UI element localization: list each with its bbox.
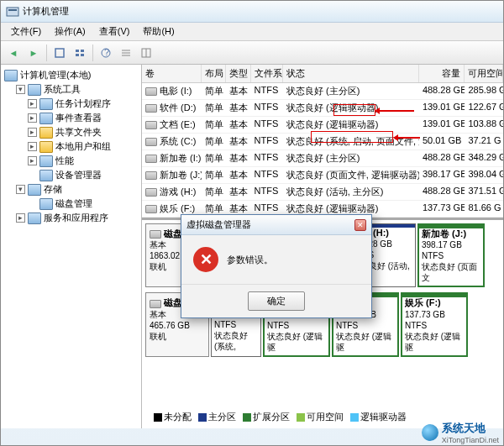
back-button[interactable]: ◄: [4, 44, 23, 62]
help-button[interactable]: ?: [97, 44, 115, 62]
menu-file[interactable]: 文件(F): [4, 24, 48, 39]
menu-help[interactable]: 帮助(H): [136, 24, 181, 39]
brand-url: XiTongTianDi.net: [442, 436, 499, 444]
svg-rect-0: [7, 8, 18, 16]
users-icon: [39, 141, 53, 153]
perf-icon: [39, 155, 53, 167]
volume-row[interactable]: 游戏 (H:)简单基本NTFS状态良好 (活动, 主分区)488.28 GB37…: [142, 184, 503, 201]
col-layout[interactable]: 布局: [202, 65, 227, 82]
separator: [92, 45, 93, 61]
menubar: 文件(F) 操作(A) 查看(V) 帮助(H): [1, 23, 503, 41]
menu-view[interactable]: 查看(V): [92, 24, 137, 39]
tree-device-manager[interactable]: 设备管理器: [28, 168, 138, 182]
computer-icon: [4, 70, 18, 81]
partition[interactable]: 娱乐 (F:)137.73 GB NTFS状态良好 (逻辑驱: [401, 292, 468, 356]
expand-icon[interactable]: ▸: [28, 128, 37, 137]
svg-rect-2: [55, 49, 64, 57]
svg-text:?: ?: [104, 47, 109, 57]
dialog-title: 虚拟磁盘管理器: [186, 218, 251, 231]
tree-shared-folders[interactable]: ▸共享文件夹: [28, 125, 138, 139]
svg-rect-6: [81, 54, 84, 56]
tree-storage[interactable]: ▾存储: [16, 182, 138, 197]
menu-action[interactable]: 操作(A): [48, 24, 92, 39]
tree-local-users[interactable]: ▸本地用户和组: [28, 139, 138, 154]
watermark: 系统天地 XiTongTianDi.net: [417, 419, 504, 446]
volume-header: 卷 布局 类型 文件系统 状态 容量 可用空间: [142, 65, 503, 83]
brand-text: 系统天地: [442, 421, 499, 436]
tree-disk-management[interactable]: 磁盘管理: [28, 197, 138, 211]
col-fs[interactable]: 文件系统: [251, 65, 283, 82]
drive-icon: [145, 205, 157, 213]
collapse-icon[interactable]: ▾: [16, 85, 25, 94]
drive-icon: [145, 121, 157, 129]
storage-icon: [28, 184, 41, 196]
tools-icon: [28, 84, 41, 96]
col-type[interactable]: 类型: [226, 65, 251, 82]
disk-icon: [39, 198, 53, 210]
expand-icon[interactable]: ▸: [28, 142, 37, 151]
close-icon[interactable]: ✕: [354, 219, 366, 231]
clock-icon: [39, 98, 53, 110]
tree-performance[interactable]: ▸性能: [28, 154, 138, 168]
col-volume[interactable]: 卷: [142, 65, 202, 82]
drive-icon: [145, 138, 157, 146]
drive-icon: [145, 155, 157, 163]
error-icon: ✕: [193, 247, 218, 272]
toolbar: ◄ ► ?: [1, 41, 503, 65]
dialog-titlebar[interactable]: 虚拟磁盘管理器 ✕: [181, 215, 371, 235]
tree-system-tools[interactable]: ▾系统工具: [16, 82, 138, 97]
ok-button[interactable]: 确定: [248, 291, 305, 311]
volume-list: 电影 (I:)简单基本NTFS状态良好 (主分区)488.28 GB285.98…: [142, 83, 503, 218]
expand-icon[interactable]: ▸: [28, 99, 37, 108]
error-dialog: 虚拟磁盘管理器 ✕ ✕ 参数错误。 确定: [181, 214, 372, 318]
tree-event-viewer[interactable]: ▸事件查看器: [28, 111, 138, 125]
device-icon: [39, 170, 53, 181]
tree-task-scheduler[interactable]: ▸任务计划程序: [28, 97, 138, 111]
svg-rect-3: [76, 50, 79, 52]
list-button[interactable]: [117, 44, 135, 62]
legend-logical-swatch: [350, 413, 359, 422]
arrow-1: [376, 110, 414, 112]
tree-root[interactable]: 计算机管理(本地): [4, 68, 138, 82]
disk-icon: [150, 300, 161, 308]
volume-row[interactable]: 电影 (I:)简单基本NTFS状态良好 (主分区)488.28 GB285.98…: [142, 83, 503, 100]
split-button[interactable]: [137, 44, 155, 62]
col-free[interactable]: 可用空间: [465, 65, 503, 82]
legend-free-swatch: [297, 413, 305, 422]
svg-rect-4: [81, 50, 84, 52]
logo-icon: [422, 424, 438, 441]
col-capacity[interactable]: 容量: [419, 65, 465, 82]
fwd-button[interactable]: ►: [24, 44, 43, 62]
app-icon: [6, 5, 19, 18]
col-status[interactable]: 状态: [283, 65, 419, 82]
folder-icon: [39, 127, 53, 139]
drive-icon: [145, 87, 157, 96]
svg-rect-5: [76, 54, 79, 56]
expand-icon[interactable]: ▸: [16, 213, 25, 223]
legend-primary-swatch: [198, 413, 207, 422]
refresh-button[interactable]: [50, 44, 69, 62]
dialog-message: 参数错误。: [227, 254, 273, 266]
disk-icon: [150, 230, 161, 239]
arrow-2: [395, 137, 420, 139]
collapse-icon[interactable]: ▾: [16, 185, 25, 194]
volume-row[interactable]: 软件 (D:)简单基本NTFS状态良好 (逻辑驱动器)139.01 GB122.…: [142, 100, 503, 117]
drive-icon: [145, 104, 157, 113]
expand-icon[interactable]: ▸: [28, 113, 37, 123]
services-icon: [28, 213, 41, 224]
drive-icon: [145, 171, 157, 180]
volume-row[interactable]: 新加卷 (I:)简单基本NTFS状态良好 (主分区)488.28 GB348.2…: [142, 150, 503, 167]
expand-icon[interactable]: ▸: [28, 156, 37, 165]
tree-panel: 计算机管理(本地) ▾系统工具 ▸任务计划程序 ▸事件查看器 ▸共享文件夹 ▸本…: [1, 65, 142, 428]
legend-unalloc-swatch: [154, 413, 162, 422]
view-button[interactable]: [71, 44, 89, 62]
titlebar[interactable]: 计算机管理: [1, 1, 503, 23]
tree-services[interactable]: ▸服务和应用程序: [16, 211, 138, 225]
drive-icon: [145, 188, 157, 197]
volume-row[interactable]: 新加卷 (J:)简单基本NTFS状态良好 (页面文件, 逻辑驱动器)398.17…: [142, 167, 503, 184]
event-icon: [39, 113, 53, 124]
partition[interactable]: 新加卷 (J:)398.17 GB NTFS状态良好 (页面文: [417, 223, 485, 287]
highlight-box-1: [333, 104, 375, 116]
separator: [46, 45, 47, 61]
legend: 未分配 主分区 扩展分区 可用空间 逻辑驱动器: [147, 408, 413, 426]
